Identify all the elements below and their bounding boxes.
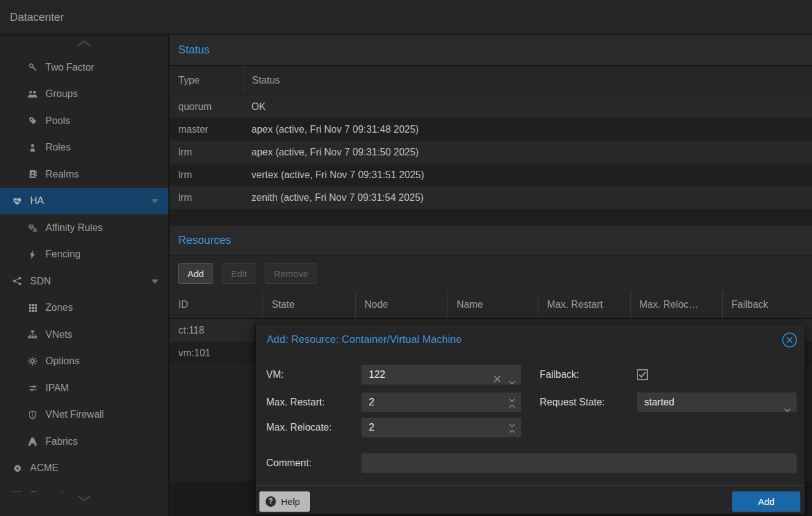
question-mark-icon: ? — [266, 496, 276, 507]
sidebar-item-fencing[interactable]: Fencing — [0, 241, 168, 268]
network-icon — [10, 276, 24, 286]
add-button[interactable]: Add — [178, 263, 213, 284]
sidebar-item-vnet-firewall[interactable]: VNet Firewall — [0, 402, 168, 429]
resource-id-cell: ct:118 — [170, 319, 262, 342]
status-value-cell: vertex (active, Fri Nov 7 09:31:51 2025) — [243, 163, 812, 186]
sidebar-item-realms[interactable]: Realms — [0, 161, 168, 188]
vm-value: 122 — [369, 369, 385, 380]
sidebar-nav: Two Factor Groups Pools Roles Realms HA — [0, 54, 168, 491]
dialog-header: Add: Resource: Container/Virtual Machine — [256, 324, 805, 357]
sidebar-item-zones[interactable]: Zones — [0, 295, 168, 322]
table-row[interactable]: lrm zenith (active, Fri Nov 7 09:31:54 2… — [170, 186, 812, 209]
sidebar-scroll-up[interactable] — [0, 36, 168, 54]
column-header-max-restart[interactable]: Max. Restart — [538, 291, 630, 318]
firewall-icon — [10, 491, 24, 491]
sidebar-item-label: SDN — [30, 276, 51, 287]
spinner-down-icon[interactable] — [508, 389, 516, 409]
sidebar-item-firewall[interactable]: Firewall — [0, 482, 168, 491]
chevron-down-icon[interactable] — [784, 400, 791, 420]
key-icon — [26, 63, 39, 72]
sidebar-item-groups[interactable]: Groups — [0, 81, 168, 108]
sidebar-item-two-factor[interactable]: Two Factor — [0, 54, 168, 81]
sidebar-item-label: VNets — [45, 329, 73, 340]
user-icon — [26, 143, 39, 152]
help-button[interactable]: ? Help — [259, 491, 310, 512]
max-restart-spinner[interactable]: 2 — [361, 393, 521, 412]
tags-icon — [26, 116, 39, 125]
comment-input[interactable] — [361, 453, 797, 473]
column-header-max-relocate[interactable]: Max. Reloc… — [630, 291, 722, 318]
sidebar-item-fabrics[interactable]: Fabrics — [0, 428, 168, 455]
sidebar-item-acme[interactable]: ACME — [0, 455, 168, 482]
edit-button[interactable]: Edit — [222, 263, 256, 284]
column-header-state[interactable]: State — [262, 291, 355, 318]
status-section-header: Status — [170, 35, 812, 66]
sidebar-item-ipam[interactable]: IPAM — [0, 375, 168, 402]
sidebar-item-label: Zones — [45, 302, 73, 313]
request-state-value: started — [644, 397, 674, 407]
resources-section-header: Resources — [170, 225, 812, 256]
page-title: Datacenter — [10, 11, 64, 24]
resources-toolbar: Add Edit Remove — [170, 256, 812, 291]
dialog-add-button[interactable]: Add — [732, 491, 800, 512]
status-type-cell: master — [170, 118, 243, 141]
table-row[interactable]: lrm vertex (active, Fri Nov 7 09:31:51 2… — [170, 163, 812, 186]
max-relocate-label: Max. Relocate: — [266, 418, 332, 437]
sidebar-item-sdn[interactable]: SDN — [0, 268, 168, 295]
sidebar-item-affinity-rules[interactable]: Affinity Rules — [0, 214, 168, 241]
status-value-cell: zenith (active, Fri Nov 7 09:31:54 2025) — [243, 186, 812, 209]
failback-checkbox[interactable] — [637, 369, 648, 380]
column-header-node[interactable]: Node — [355, 291, 447, 318]
status-table: quorum OK master apex (active, Fri Nov 7… — [170, 95, 812, 225]
certificate-icon — [10, 464, 24, 473]
max-relocate-spinner[interactable]: 2 — [361, 418, 521, 437]
remove-button[interactable]: Remove — [265, 263, 318, 284]
chevron-down-icon[interactable] — [151, 280, 159, 284]
sidebar-item-label: Firewall — [30, 490, 64, 491]
dialog-footer-divider — [256, 485, 805, 486]
spinner-down-icon[interactable] — [508, 415, 516, 434]
add-resource-dialog: Add: Resource: Container/Virtual Machine… — [255, 324, 805, 515]
status-type-cell: lrm — [170, 186, 243, 209]
grid-icon — [26, 303, 39, 313]
resource-id-cell: vm:101 — [170, 342, 262, 364]
column-header-name[interactable]: Name — [447, 291, 538, 318]
sidebar-item-vnets[interactable]: VNets — [0, 321, 168, 348]
chevron-down-icon[interactable] — [151, 199, 159, 203]
table-row[interactable]: master apex (active, Fri Nov 7 09:31:48 … — [170, 118, 812, 141]
table-row[interactable]: quorum OK — [170, 95, 812, 118]
max-relocate-value: 2 — [369, 422, 374, 432]
sidebar-item-label: Options — [45, 356, 79, 367]
column-header-failback[interactable]: Failback — [722, 291, 812, 318]
clear-icon[interactable] — [493, 370, 502, 390]
chevron-down-icon — [74, 494, 95, 505]
resources-section-title: Resources — [178, 234, 231, 247]
vm-combobox[interactable]: 122 — [361, 365, 521, 385]
sidebar-item-label: HA — [30, 195, 44, 206]
status-type-cell: lrm — [170, 163, 243, 186]
table-row[interactable]: lrm apex (active, Fri Nov 7 09:31:50 202… — [170, 141, 812, 163]
request-state-select[interactable]: started — [637, 393, 797, 412]
gear-icon — [26, 356, 39, 366]
status-value-cell: apex (active, Fri Nov 7 09:31:50 2025) — [243, 141, 812, 163]
column-header-type[interactable]: Type — [170, 66, 243, 95]
max-restart-label: Max. Restart: — [266, 393, 325, 412]
request-state-label: Request State: — [540, 393, 605, 412]
sidebar-item-label: Fabrics — [45, 436, 77, 447]
sidebar-item-label: Groups — [45, 88, 77, 100]
sidebar-item-label: Fencing — [45, 249, 81, 260]
sidebar: Two Factor Groups Pools Roles Realms HA — [0, 36, 169, 516]
sidebar-item-label: Two Factor — [45, 62, 94, 73]
status-type-cell: lrm — [170, 141, 243, 163]
sidebar-item-pools[interactable]: Pools — [0, 108, 168, 135]
sidebar-item-ha[interactable]: HA — [0, 188, 168, 215]
column-header-status[interactable]: Status — [243, 66, 812, 95]
heartbeat-icon — [10, 197, 24, 206]
comment-label: Comment: — [266, 453, 312, 473]
sidebar-scroll-down[interactable] — [0, 491, 168, 516]
column-header-id[interactable]: ID — [170, 291, 262, 318]
close-icon[interactable] — [781, 331, 798, 348]
sidebar-item-roles[interactable]: Roles — [0, 135, 168, 162]
sidebar-item-options[interactable]: Options — [0, 348, 168, 375]
status-value-cell: OK — [243, 95, 812, 118]
